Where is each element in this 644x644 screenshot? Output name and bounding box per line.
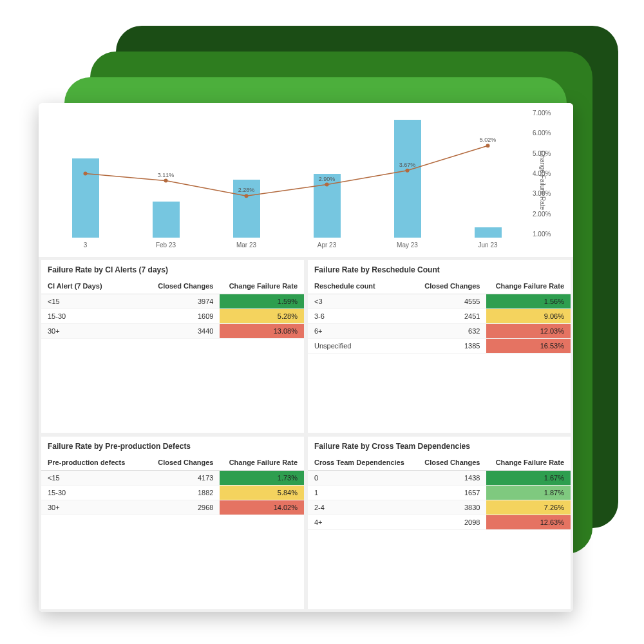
cell-failure-rate: 9.06% bbox=[486, 309, 571, 324]
cell-failure-rate: 5.28% bbox=[220, 309, 304, 324]
cell-failure-rate: 12.03% bbox=[486, 324, 571, 339]
metric-table: Pre-production defectsClosed ChangesChan… bbox=[41, 455, 304, 515]
cell-failure-rate: 13.08% bbox=[220, 324, 304, 339]
y2-axis-label: Change Failure Rate bbox=[538, 150, 545, 209]
y2-tick: 6.00% bbox=[533, 129, 562, 137]
x-tick: Apr 23 bbox=[287, 242, 367, 252]
cell-closed-changes: 4173 bbox=[143, 471, 220, 486]
trend-point-label: 2.90% bbox=[319, 176, 336, 182]
y2-tick: 7.00% bbox=[533, 109, 562, 117]
cell-closed-changes: 1882 bbox=[143, 486, 220, 500]
table-row: 15-3016095.28% bbox=[41, 309, 304, 324]
metric-table: Cross Team DependenciesClosed ChangesCha… bbox=[308, 455, 571, 530]
cell-category: 15-30 bbox=[41, 486, 143, 500]
cell-category: 1 bbox=[308, 486, 415, 500]
table-row: 014381.67% bbox=[308, 471, 571, 486]
y2-tick: 4.00% bbox=[533, 170, 562, 177]
y2-tick: 5.00% bbox=[533, 150, 562, 157]
col-header: Change Failure Rate bbox=[220, 455, 304, 471]
card-title: Failure Rate by CI Alerts (7 days) bbox=[41, 260, 304, 278]
cell-closed-changes: 632 bbox=[401, 324, 486, 339]
col-header: Closed Changes bbox=[401, 278, 486, 294]
card-title: Failure Rate by Reschedule Count bbox=[308, 260, 571, 278]
table-row: 6+63212.03% bbox=[308, 324, 571, 339]
trend-point-label: 5.02% bbox=[480, 137, 497, 143]
cell-closed-changes: 1609 bbox=[130, 309, 220, 324]
x-tick: May 23 bbox=[367, 242, 448, 252]
col-header: Closed Changes bbox=[415, 455, 487, 471]
col-header: Reschedule count bbox=[308, 278, 401, 294]
x-tick: 3 bbox=[45, 242, 126, 252]
metric-card: Failure Rate by Cross Team DependenciesC… bbox=[308, 437, 571, 609]
cell-closed-changes: 3974 bbox=[130, 294, 220, 309]
metric-table: CI Alert (7 Days)Closed ChangesChange Fa… bbox=[41, 278, 304, 339]
metric-card: Failure Rate by Pre-production DefectsPr… bbox=[41, 437, 304, 609]
trend-point-label: 2.28% bbox=[238, 187, 255, 193]
card-title: Failure Rate by Cross Team Dependencies bbox=[308, 437, 571, 455]
col-header: Change Failure Rate bbox=[486, 278, 571, 294]
cards-grid: Failure Rate by CI Alerts (7 days)CI Ale… bbox=[39, 258, 573, 612]
table-row: <1539741.59% bbox=[41, 294, 304, 309]
cell-category: 30+ bbox=[41, 500, 143, 515]
cell-category: 15-30 bbox=[41, 309, 130, 324]
cell-failure-rate: 1.56% bbox=[486, 294, 571, 309]
cell-failure-rate: 16.53% bbox=[486, 339, 571, 354]
table-row: 116571.87% bbox=[308, 486, 571, 500]
y2-tick: 2.00% bbox=[533, 211, 562, 218]
cell-closed-changes: 3830 bbox=[415, 500, 487, 515]
trend-point bbox=[406, 169, 410, 173]
cell-closed-changes: 3440 bbox=[130, 324, 220, 339]
cell-category: 3-6 bbox=[308, 309, 401, 324]
cell-failure-rate: 1.87% bbox=[486, 486, 571, 500]
x-tick: Feb 23 bbox=[126, 242, 206, 252]
cell-category: <15 bbox=[41, 471, 143, 486]
cell-category: 0 bbox=[308, 471, 415, 486]
col-header: Cross Team Dependencies bbox=[308, 455, 415, 471]
trend-point-label: 3.11% bbox=[158, 172, 175, 178]
cell-closed-changes: 2451 bbox=[401, 309, 486, 324]
cell-category: 30+ bbox=[41, 324, 130, 339]
metric-table: Reschedule countClosed ChangesChange Fai… bbox=[308, 278, 571, 354]
cell-failure-rate: 5.84% bbox=[220, 486, 304, 500]
table-row: 3-624519.06% bbox=[308, 309, 571, 324]
cell-failure-rate: 1.59% bbox=[220, 294, 304, 309]
x-axis: 3Feb 23Mar 23Apr 23May 23Jun 23 bbox=[45, 242, 528, 252]
trend-point bbox=[486, 144, 490, 147]
y2-tick: 1.00% bbox=[533, 231, 562, 238]
table-row: 30+296814.02% bbox=[41, 500, 304, 515]
cell-closed-changes: 1657 bbox=[415, 486, 487, 500]
y2-axis-ticks: 7.00%6.00%5.00%4.00%3.00%2.00%1.00% bbox=[533, 109, 562, 238]
cell-closed-changes: 1438 bbox=[415, 471, 487, 486]
trend-point-label: 3.67% bbox=[399, 162, 416, 168]
x-tick: Mar 23 bbox=[206, 242, 287, 252]
trend-point bbox=[245, 194, 249, 198]
table-row: 15-3018825.84% bbox=[41, 486, 304, 500]
col-header: Change Failure Rate bbox=[220, 278, 304, 294]
table-row: 30+344013.08% bbox=[41, 324, 304, 339]
trend-point bbox=[84, 172, 88, 176]
cell-failure-rate: 12.63% bbox=[486, 515, 571, 530]
cell-failure-rate: 1.67% bbox=[486, 471, 571, 486]
cell-closed-changes: 4555 bbox=[401, 294, 486, 309]
cell-category: Unspecified bbox=[308, 339, 401, 354]
cell-closed-changes: 1385 bbox=[401, 339, 486, 354]
table-row: <345551.56% bbox=[308, 294, 571, 309]
col-header: Closed Changes bbox=[130, 278, 220, 294]
col-header: CI Alert (7 Days) bbox=[41, 278, 130, 294]
metric-card: Failure Rate by CI Alerts (7 days)CI Ale… bbox=[41, 260, 304, 433]
metric-card: Failure Rate by Reschedule CountReschedu… bbox=[308, 260, 571, 433]
table-row: 4+209812.63% bbox=[308, 515, 571, 530]
cell-category: 6+ bbox=[308, 324, 401, 339]
dashboard-panel: 3.11%2.28%2.90%3.67%5.02% 7.00%6.00%5.00… bbox=[39, 103, 573, 612]
cell-category: 2-4 bbox=[308, 500, 415, 515]
cell-closed-changes: 2968 bbox=[143, 500, 220, 515]
table-row: Unspecified138516.53% bbox=[308, 339, 571, 354]
cell-failure-rate: 14.02% bbox=[220, 500, 304, 515]
cell-closed-changes: 2098 bbox=[415, 515, 487, 530]
trend-point bbox=[164, 179, 168, 183]
col-header: Pre-production defects bbox=[41, 455, 143, 471]
x-tick: Jun 23 bbox=[448, 242, 528, 252]
cell-failure-rate: 1.73% bbox=[220, 471, 304, 486]
cell-failure-rate: 7.26% bbox=[486, 500, 571, 515]
trend-point bbox=[325, 183, 329, 187]
